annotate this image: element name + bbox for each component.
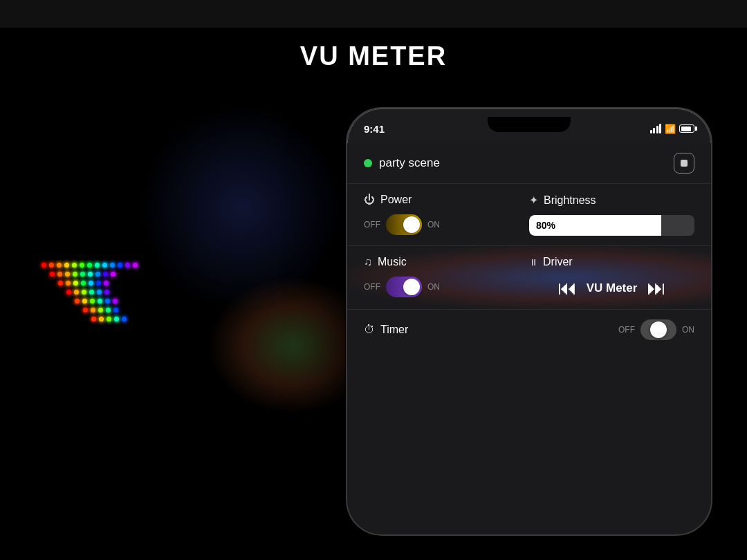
brightness-icon: ✦ (529, 194, 538, 207)
led-dot (91, 317, 96, 321)
led-dot (75, 299, 80, 304)
led-dot (72, 263, 77, 268)
led-dot (80, 272, 85, 277)
led-dot (125, 263, 130, 268)
led-dot (81, 281, 86, 286)
led-dot (113, 299, 118, 304)
led-dot (57, 272, 62, 277)
led-dot (73, 281, 78, 286)
top-bar (0, 0, 747, 28)
led-dot (88, 272, 93, 277)
led-dot (42, 263, 46, 268)
led-row (91, 317, 332, 321)
power-section: ⏻ Power OFF ON (364, 194, 529, 236)
music-driver-row: ♫ Music OFF ON (364, 256, 694, 299)
led-dot (97, 290, 102, 295)
led-dot (98, 299, 102, 304)
led-row (75, 299, 332, 304)
timer-label-area: ⏱ Timer (364, 324, 618, 336)
led-dot (50, 272, 55, 277)
music-label-text: Music (378, 256, 407, 268)
power-label-row: ⏻ Power (364, 194, 529, 206)
led-dot (74, 290, 79, 295)
driver-icon: ⏸ (529, 257, 537, 268)
led-dot (111, 272, 116, 277)
led-dot (107, 317, 111, 321)
timer-label-text: Timer (380, 324, 408, 336)
music-toggle-row: OFF ON (364, 277, 529, 297)
music-on-label: ON (427, 282, 440, 292)
next-driver-button[interactable]: ⏭ (647, 277, 666, 299)
brightness-section: ✦ Brightness 80% (529, 194, 694, 236)
led-dot (104, 281, 109, 286)
led-dot (98, 308, 103, 312)
timer-toggle-area: OFF ON (618, 319, 694, 340)
led-dot (58, 281, 63, 286)
driver-name: VU Meter (587, 281, 638, 295)
led-dot (80, 263, 84, 268)
timer-on-label: ON (682, 325, 694, 335)
led-dot (83, 308, 88, 312)
timer-icon: ⏱ (364, 324, 375, 336)
stop-button[interactable] (674, 153, 694, 174)
led-dot (99, 317, 104, 321)
power-off-label: OFF (364, 220, 380, 230)
active-indicator (364, 159, 372, 167)
music-label-row: ♫ Music (364, 256, 529, 268)
led-strips (42, 263, 332, 525)
power-on-label: ON (427, 220, 440, 230)
power-toggle-row: OFF ON (364, 214, 529, 235)
driver-controls: ⏮ VU Meter ⏭ (529, 277, 694, 299)
prev-driver-button[interactable]: ⏮ (557, 277, 577, 299)
led-dot (95, 263, 100, 268)
wifi-icon: 📶 (665, 124, 676, 134)
timer-toggle-thumb (650, 321, 667, 338)
header-row: party scene (347, 143, 711, 184)
timer-section: ⏱ Timer OFF ON (347, 310, 711, 350)
battery-fill (681, 127, 691, 131)
timer-toggle[interactable] (640, 319, 676, 340)
led-dot (89, 290, 94, 295)
power-toggle[interactable] (386, 214, 422, 235)
led-dot (133, 263, 138, 268)
led-dot (49, 263, 54, 268)
music-toggle[interactable] (386, 277, 422, 297)
battery-icon (679, 124, 694, 133)
led-dot (106, 308, 111, 312)
led-dot (87, 263, 92, 268)
led-dot (64, 263, 69, 268)
timer-off-label: OFF (618, 325, 635, 335)
stop-icon (681, 160, 688, 167)
brightness-slider[interactable]: 80% (529, 215, 694, 236)
music-toggle-thumb (403, 279, 420, 295)
led-row (42, 263, 332, 268)
led-row (66, 290, 332, 295)
bar1 (650, 130, 652, 133)
led-dot (104, 290, 109, 295)
led-dot (113, 308, 118, 312)
led-dot (105, 299, 110, 304)
brightness-label-text: Brightness (544, 194, 596, 207)
signal-bars-icon (650, 124, 662, 133)
music-off-label: OFF (364, 282, 380, 292)
phone-screen: party scene ⏻ Power OFF (347, 143, 711, 534)
led-dot (66, 281, 71, 286)
slider-fill: 80% (529, 215, 661, 236)
power-brightness-section: ⏻ Power OFF ON (347, 184, 711, 246)
driver-controls-row: ⏮ VU Meter ⏭ (529, 277, 694, 299)
status-icons: 📶 (650, 124, 695, 134)
led-row (50, 272, 332, 277)
led-dot (103, 272, 108, 277)
led-dot (122, 317, 127, 321)
power-brightness-row: ⏻ Power OFF ON (364, 194, 694, 236)
slider-track: 80% (529, 215, 694, 236)
led-dot (95, 272, 100, 277)
led-dot (91, 308, 95, 312)
phone-mockup: 9:41 📶 party scene (346, 107, 712, 536)
brightness-value: 80% (536, 220, 555, 231)
bar4 (659, 124, 661, 133)
header-scene: party scene (364, 156, 440, 170)
led-dot (89, 281, 93, 286)
led-dot (57, 263, 62, 268)
led-dot (66, 290, 71, 295)
